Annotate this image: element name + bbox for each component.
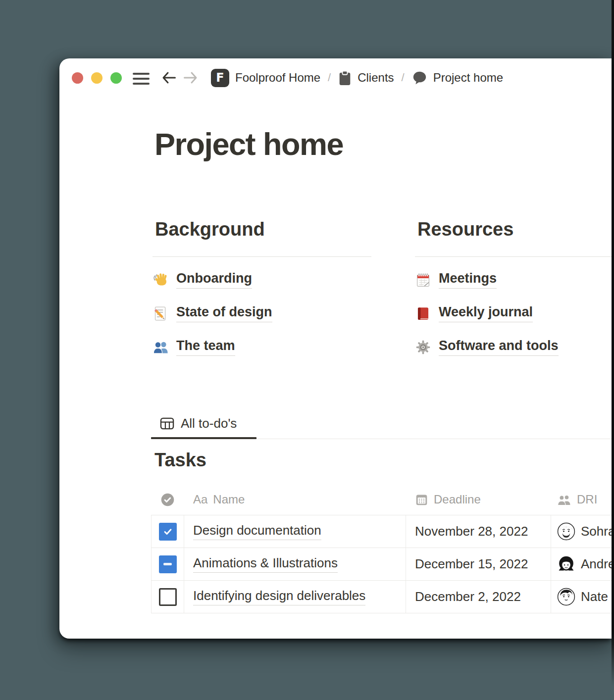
breadcrumb-item-clients[interactable]: Clients xyxy=(338,70,394,86)
breadcrumb-separator: / xyxy=(402,71,405,84)
hamburger-menu-icon[interactable] xyxy=(133,73,150,85)
adjacent-window-edge xyxy=(612,0,614,686)
table-row: Design documentation November 28, 2022 S… xyxy=(151,515,612,548)
table-view-icon xyxy=(160,417,174,430)
task-deadline-cell[interactable]: December 15, 2022 xyxy=(406,548,551,580)
divider xyxy=(153,256,371,257)
avatar-short-hair-man xyxy=(557,588,575,606)
tasks-table: Aa Name xyxy=(151,484,612,613)
column-header-dri[interactable]: DRI xyxy=(551,484,612,515)
task-dri-cell[interactable]: Andre xyxy=(551,548,612,580)
page-title: Project home xyxy=(154,125,343,163)
tab-all-todos[interactable]: All to-do's xyxy=(160,416,237,431)
back-arrow-icon[interactable] xyxy=(161,71,176,85)
section-resources: Resources Meetings xyxy=(415,217,612,358)
tasks-heading: Tasks xyxy=(154,450,206,471)
busts-in-silhouette-icon xyxy=(153,339,169,355)
page-link-meetings[interactable]: Meetings xyxy=(415,269,612,291)
page-link-label: State of design xyxy=(176,304,272,322)
check-circle-icon xyxy=(160,493,175,507)
spiral-calendar-icon xyxy=(415,272,431,288)
section-heading: Resources xyxy=(417,217,612,242)
minimize-window-button[interactable] xyxy=(91,72,102,84)
speech-bubble-icon xyxy=(412,71,427,85)
avatar-bearded-man xyxy=(557,522,575,541)
close-window-button[interactable] xyxy=(72,72,83,84)
page-link-label: Meetings xyxy=(439,271,497,289)
tab-label: All to-do's xyxy=(181,416,237,431)
breadcrumb-separator: / xyxy=(328,71,331,84)
breadcrumb-item-project-home[interactable]: Project home xyxy=(412,71,503,85)
avatar-dark-bob-woman xyxy=(557,555,575,573)
task-name-link[interactable]: Identifying design deliverables xyxy=(193,588,365,605)
page-link-label: Weekly journal xyxy=(439,304,533,322)
table-header-row: Aa Name xyxy=(151,484,612,515)
people-icon xyxy=(557,494,571,506)
task-checkbox[interactable] xyxy=(159,523,177,541)
gear-icon xyxy=(415,339,431,355)
page-link-label: Onboarding xyxy=(176,271,252,289)
page-link-onboarding[interactable]: Onboarding xyxy=(153,269,371,291)
section-background: Background xyxy=(153,217,371,358)
breadcrumb: F Foolproof Home / Clients / Project hom… xyxy=(211,68,503,88)
section-heading: Background xyxy=(155,217,371,242)
page-link-weekly-journal[interactable]: Weekly journal xyxy=(415,302,612,324)
foolproof-logo: F xyxy=(211,69,229,87)
red-book-icon xyxy=(415,305,431,322)
page-link-label: The team xyxy=(176,338,235,356)
breadcrumb-item-foolproof-home[interactable]: F Foolproof Home xyxy=(211,69,320,87)
active-tab-indicator xyxy=(151,437,256,439)
waving-hand-icon xyxy=(153,272,169,288)
page-link-state-of-design[interactable]: State of design xyxy=(153,302,371,324)
task-checkbox[interactable] xyxy=(159,555,177,573)
aa-type-icon: Aa xyxy=(193,493,207,506)
page-link-the-team[interactable]: The team xyxy=(153,336,371,358)
task-name-link[interactable]: Design documentation xyxy=(193,523,321,540)
task-deadline-cell[interactable]: December 2, 2022 xyxy=(406,581,551,613)
page-link-software-and-tools[interactable]: Software and tools xyxy=(415,336,612,358)
task-dri-cell[interactable]: Nate xyxy=(551,581,612,613)
column-header-done[interactable] xyxy=(151,484,184,515)
table-row: Animations & Illustrations December 15, … xyxy=(151,548,612,580)
table-row: Identifying design deliverables December… xyxy=(151,580,612,613)
calendar-icon xyxy=(415,493,428,506)
memo-icon xyxy=(153,305,169,322)
task-name-link[interactable]: Animations & Illustrations xyxy=(193,555,338,573)
clipboard-icon xyxy=(338,70,352,86)
divider xyxy=(415,256,612,257)
column-header-name[interactable]: Aa Name xyxy=(184,484,406,515)
forward-arrow-icon[interactable] xyxy=(183,71,198,85)
app-window: F Foolproof Home / Clients / Project hom… xyxy=(59,58,612,639)
task-deadline-cell[interactable]: November 28, 2022 xyxy=(406,515,551,548)
zoom-window-button[interactable] xyxy=(110,72,122,84)
task-checkbox[interactable] xyxy=(159,588,177,606)
task-dri-cell[interactable]: Sohra xyxy=(551,515,612,548)
column-header-deadline[interactable]: Deadline xyxy=(406,484,551,515)
page-link-label: Software and tools xyxy=(439,338,559,356)
window-controls xyxy=(72,72,122,84)
